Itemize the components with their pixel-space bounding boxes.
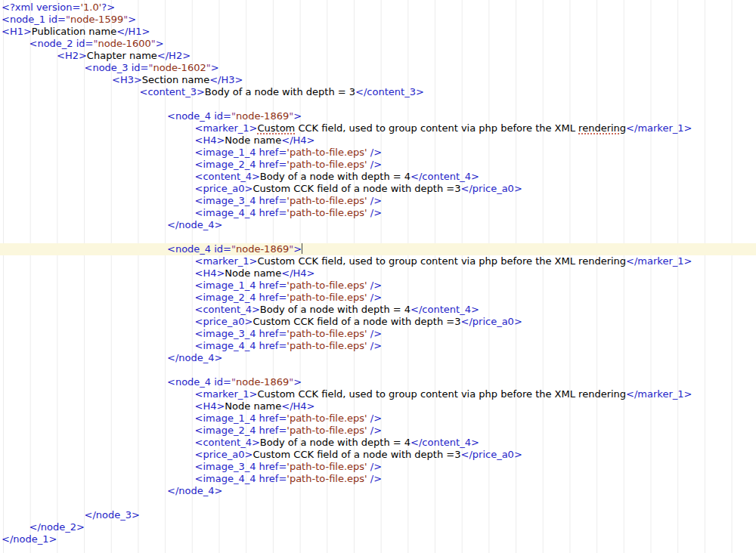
code-line[interactable]: </node_3> [0, 509, 756, 521]
code-line[interactable]: <image_1_4 href='path-to-file.eps' /> [0, 147, 756, 159]
xml-tag-token: /> [367, 412, 382, 424]
code-line[interactable]: <H4>Node name</H4> [0, 267, 756, 280]
code-line[interactable]: <H3>Section name</H3> [0, 74, 756, 86]
xml-text-token: Body of a node with depth = 4 [260, 304, 411, 315]
code-line[interactable]: <image_3_4 href='path-to-file.eps' /> [0, 461, 756, 473]
code-line[interactable] [0, 98, 756, 110]
code-line[interactable] [0, 497, 756, 509]
xml-tag-token: </H2> [157, 50, 191, 61]
code-line-current[interactable]: <node_4 id="node-1869"> [0, 243, 756, 255]
xml-attr-value-token: 'path-to-file.eps' [287, 207, 367, 218]
xml-tag-token: /> [367, 195, 382, 206]
xml-tag-token: /> [367, 207, 382, 218]
code-line[interactable]: <image_2_4 href='path-to-file.eps' /> [0, 292, 756, 304]
xml-tag-token: </marker_1> [626, 122, 692, 134]
code-line[interactable]: <image_3_4 href='path-to-file.eps' /> [0, 328, 756, 340]
xml-text-token: Body of a node with depth = 3 [205, 86, 355, 97]
xml-tag-token: /> [367, 425, 382, 436]
code-line[interactable]: <price_a0>Custom CCK field of a node wit… [0, 449, 756, 461]
code-line[interactable]: <content_4>Body of a node with depth = 4… [0, 304, 756, 316]
xml-attr-value-token: node-1599 [70, 14, 123, 25]
xml-text-token: Body of a node with depth = 4 [260, 437, 411, 448]
xml-tag-token: <image_2_4 href= [195, 292, 287, 303]
code-line[interactable]: <H4>Node name</H4> [0, 400, 756, 412]
xml-tag-token: </H4> [281, 400, 314, 412]
xml-attr-value-token: node-1869 [236, 243, 289, 255]
code-line[interactable]: <price_a0>Custom CCK field of a node wit… [0, 183, 756, 195]
xml-tag-token: <image_4_4 href= [195, 340, 287, 351]
code-line[interactable]: <image_2_4 href='path-to-file.eps' /> [0, 159, 756, 171]
code-line[interactable]: <image_1_4 href='path-to-file.eps' /> [0, 280, 756, 292]
xml-attr-value-token: 'path-to-file.eps' [287, 461, 367, 472]
code-line[interactable]: <content_4>Body of a node with depth = 4… [0, 437, 756, 449]
xml-tag-token: <content_4> [195, 437, 260, 448]
code-line[interactable]: <content_4>Body of a node with depth = 4… [0, 171, 756, 183]
code-line[interactable]: <image_4_4 href='path-to-file.eps' /> [0, 340, 756, 352]
code-line[interactable]: <H4>Node name</H4> [0, 134, 756, 147]
xml-tag-token: <H4> [195, 267, 225, 279]
xml-tag-token: /> [367, 292, 382, 303]
xml-tag-token: </price_a0> [461, 183, 522, 194]
code-line[interactable]: <image_3_4 href='path-to-file.eps' /> [0, 195, 756, 207]
xml-tag-token: </node_4> [167, 352, 222, 363]
xml-tag-token: <image_2_4 href= [195, 425, 287, 436]
xml-tag-token: </node_4> [167, 485, 222, 496]
xml-tag-token: </price_a0> [461, 449, 522, 460]
xml-attr-value-token: node-1869 [236, 376, 289, 388]
misspelled-word-token: Custom [257, 122, 295, 134]
code-line[interactable]: <H1>Publication name</H1> [0, 26, 756, 38]
code-line[interactable]: <image_1_4 href='path-to-file.eps' /> [0, 412, 756, 425]
xml-tag-token: </H4> [281, 134, 314, 146]
code-line[interactable]: <marker_1>Custom CCK field, used to grou… [0, 388, 756, 400]
xml-attr-value-token: node-1600 [98, 38, 150, 49]
code-line[interactable]: <image_2_4 href='path-to-file.eps' /> [0, 425, 756, 437]
xml-text-token: Custom CCK field, used to group content … [257, 388, 626, 400]
xml-code-editor[interactable]: <?xml version='1.0'?><node_1 id="node-15… [0, 0, 756, 553]
code-line[interactable]: <node_4 id="node-1869"> [0, 376, 756, 388]
code-line[interactable]: <marker_1>Custom CCK field, used to grou… [0, 122, 756, 134]
xml-tag-token: </H1> [116, 26, 150, 37]
code-line[interactable]: </node_4> [0, 219, 756, 231]
xml-attr-value-token: 'path-to-file.eps' [287, 412, 367, 424]
xml-tag-token: /> [367, 340, 382, 351]
xml-tag-token: </content_4> [411, 304, 479, 315]
code-line[interactable]: </node_1> [0, 533, 756, 545]
xml-tag-token: <H4> [195, 400, 225, 412]
code-line[interactable]: <node_4 id="node-1869"> [0, 110, 756, 122]
code-line[interactable] [0, 364, 756, 376]
code-line[interactable]: </node_2> [0, 521, 756, 533]
xml-tag-token: </node_2> [29, 521, 85, 533]
xml-attr-value-token: 'path-to-file.eps' [287, 280, 367, 291]
code-line[interactable]: </node_4> [0, 485, 756, 497]
code-line[interactable]: <image_4_4 href='path-to-file.eps' /> [0, 473, 756, 485]
code-line[interactable]: <node_1 id="node-1599"> [0, 14, 756, 26]
text-caret [302, 243, 302, 254]
xml-tag-token: <content_4> [195, 171, 260, 182]
code-line[interactable]: <H2>Chapter name</H2> [0, 50, 756, 62]
xml-tag-token: <H3> [112, 74, 142, 85]
code-line[interactable]: </node_4> [0, 352, 756, 364]
xml-tag-token: <content_4> [195, 304, 260, 315]
xml-text-token: Node name [225, 134, 281, 146]
xml-attr-value-token: 'path-to-file.eps' [287, 147, 367, 158]
xml-tag-token: <marker_1> [195, 388, 258, 400]
xml-text-token: Node name [225, 400, 281, 412]
xml-tag-token: </node_1> [2, 533, 57, 545]
xml-text-token: Chapter name [87, 50, 157, 61]
xml-tag-token: </content_3> [355, 86, 424, 97]
xml-tag-token: > [211, 62, 219, 73]
xml-tag-token: <image_3_4 href= [195, 195, 287, 206]
code-line[interactable]: <image_4_4 href='path-to-file.eps' /> [0, 207, 756, 219]
code-line[interactable]: <content_3>Body of a node with depth = 3… [0, 86, 756, 98]
code-line[interactable]: <price_a0>Custom CCK field of a node wit… [0, 316, 756, 328]
code-line[interactable] [0, 231, 756, 243]
xml-text-token: Custom CCK field of a node with depth =3 [253, 449, 460, 460]
code-line[interactable]: <marker_1>Custom CCK field, used to grou… [0, 255, 756, 267]
code-line[interactable]: <node_3 id="node-1602"> [0, 62, 756, 74]
xml-tag-token: /> [367, 328, 382, 339]
code-line[interactable]: <node_2 id="node-1600"> [0, 38, 756, 50]
xml-tag-token: <node_1 id= [2, 14, 66, 25]
xml-attr-value-token: 'path-to-file.eps' [287, 159, 367, 170]
code-line[interactable]: <?xml version='1.0'?> [0, 2, 756, 14]
xml-tag-token: /> [367, 280, 382, 291]
